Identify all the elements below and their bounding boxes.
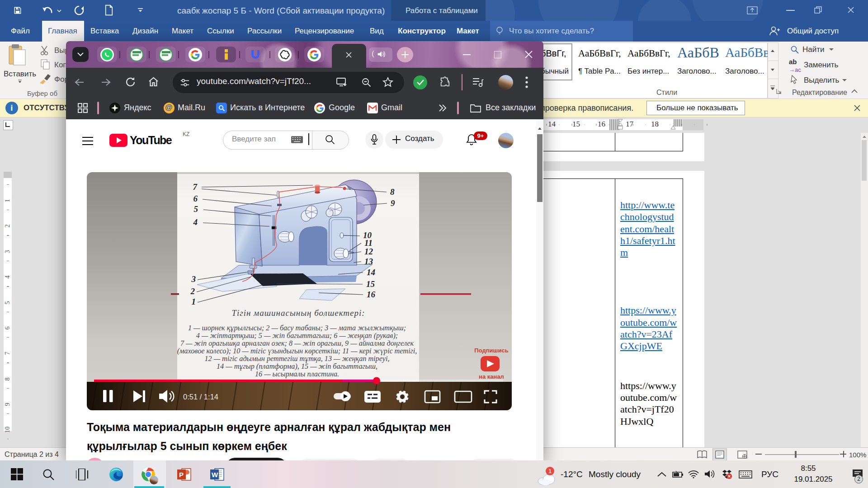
- svg-text:12 — тігіс адымын реттегіш тұт: 12 — тігіс адымын реттегіш тұтқа, 13 — ж…: [204, 355, 389, 363]
- svg-text:15: 15: [366, 279, 375, 289]
- svg-text:16 — ысырмалы пластина.: 16 — ысырмалы пластина.: [255, 370, 339, 378]
- svg-text:4: 4: [193, 217, 198, 227]
- svg-text:16: 16: [367, 290, 376, 299]
- svg-text:13: 13: [364, 257, 373, 266]
- svg-text:7 — жіп орагышқа арналган озек: 7 — жіп орагышқа арналган озек; 8 — жіп …: [180, 339, 414, 347]
- svg-text:12: 12: [364, 247, 373, 256]
- svg-text:8: 8: [390, 187, 395, 197]
- svg-text:0:51 / 1:14: 0:51 / 1:14: [183, 393, 218, 401]
- svg-text:6: 6: [193, 194, 198, 203]
- svg-text:7: 7: [193, 182, 198, 192]
- svg-text:4 — жіптартқыш; 5 — жіп багытт: 4 — жіптартқыш; 5 — жіп багыттагыш; 6 — …: [196, 332, 398, 340]
- svg-text:3: 3: [191, 274, 196, 284]
- svg-text:1 — шорнек құрылгысы; 2 — басу: 1 — шорнек құрылгысы; 2 — басу табаны; 3…: [188, 324, 406, 332]
- svg-text:5: 5: [194, 204, 198, 214]
- svg-text:9: 9: [391, 198, 395, 208]
- svg-text:11: 11: [364, 238, 373, 248]
- svg-text:2: 2: [190, 286, 195, 296]
- svg-text:(маховое колесо); 10 — тігіс ү: (маховое колесо); 10 — тігіс үзындыгын к…: [177, 347, 417, 355]
- svg-text:на канал: на канал: [479, 373, 504, 380]
- svg-text:Подпишись: Подпишись: [474, 347, 508, 354]
- svg-text:1: 1: [192, 297, 196, 306]
- svg-text:Тігін машинасының болшектері: Тігін машинасының болшектері:: [231, 308, 365, 318]
- svg-text:14 — тұгыр (платформа), 15 — ж: 14 — тұгыр (платформа), 15 — жіп багытта…: [217, 362, 377, 371]
- svg-text:14: 14: [367, 267, 375, 277]
- svg-text:P: P: [179, 471, 184, 479]
- svg-text:W: W: [212, 471, 218, 479]
